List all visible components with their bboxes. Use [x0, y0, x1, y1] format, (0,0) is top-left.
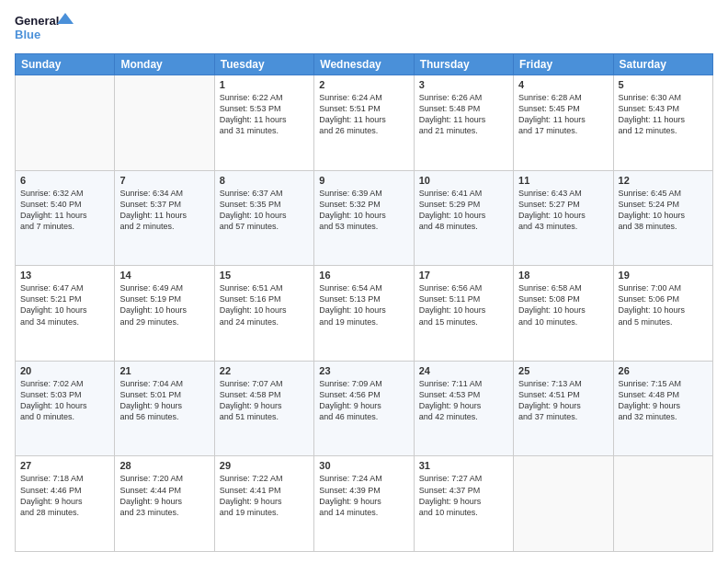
- calendar-cell: [16, 75, 115, 171]
- day-number: 31: [419, 460, 508, 471]
- calendar-cell: 31Sunrise: 7:27 AM Sunset: 4:37 PM Dayli…: [414, 456, 513, 552]
- cell-content: Sunrise: 7:24 AM Sunset: 4:39 PM Dayligh…: [319, 473, 408, 518]
- cell-content: Sunrise: 7:07 AM Sunset: 4:58 PM Dayligh…: [220, 378, 309, 423]
- calendar-cell: 2Sunrise: 6:24 AM Sunset: 5:51 PM Daylig…: [314, 75, 414, 171]
- week-row-5: 27Sunrise: 7:18 AM Sunset: 4:46 PM Dayli…: [16, 456, 713, 552]
- weekday-header-monday: Monday: [115, 54, 214, 75]
- week-row-1: 1Sunrise: 6:22 AM Sunset: 5:53 PM Daylig…: [16, 75, 713, 171]
- calendar-cell: 5Sunrise: 6:30 AM Sunset: 5:43 PM Daylig…: [613, 75, 712, 171]
- cell-content: Sunrise: 7:11 AM Sunset: 4:53 PM Dayligh…: [419, 378, 508, 423]
- calendar-table: SundayMondayTuesdayWednesdayThursdayFrid…: [15, 53, 713, 552]
- cell-content: Sunrise: 6:30 AM Sunset: 5:43 PM Dayligh…: [619, 92, 708, 137]
- weekday-header-sunday: Sunday: [16, 54, 115, 75]
- day-number: 29: [220, 460, 309, 471]
- calendar-cell: 3Sunrise: 6:26 AM Sunset: 5:48 PM Daylig…: [414, 75, 513, 171]
- day-number: 25: [518, 365, 608, 376]
- cell-content: Sunrise: 6:58 AM Sunset: 5:08 PM Dayligh…: [518, 282, 608, 327]
- day-number: 15: [220, 270, 309, 281]
- week-row-4: 20Sunrise: 7:02 AM Sunset: 5:03 PM Dayli…: [16, 361, 713, 456]
- calendar-cell: 24Sunrise: 7:11 AM Sunset: 4:53 PM Dayli…: [414, 361, 513, 456]
- day-number: 13: [20, 270, 109, 281]
- calendar-cell: 8Sunrise: 6:37 AM Sunset: 5:35 PM Daylig…: [214, 170, 313, 266]
- day-number: 16: [319, 270, 408, 281]
- cell-content: Sunrise: 6:32 AM Sunset: 5:40 PM Dayligh…: [20, 188, 109, 233]
- weekday-header-thursday: Thursday: [414, 54, 513, 75]
- cell-content: Sunrise: 6:47 AM Sunset: 5:21 PM Dayligh…: [20, 282, 109, 327]
- cell-content: Sunrise: 7:00 AM Sunset: 5:06 PM Dayligh…: [619, 282, 708, 327]
- day-number: 26: [619, 365, 708, 376]
- cell-content: Sunrise: 6:56 AM Sunset: 5:11 PM Dayligh…: [419, 282, 508, 327]
- cell-content: Sunrise: 6:24 AM Sunset: 5:51 PM Dayligh…: [319, 92, 408, 137]
- day-number: 1: [220, 79, 309, 90]
- cell-content: Sunrise: 6:41 AM Sunset: 5:29 PM Dayligh…: [419, 188, 508, 233]
- day-number: 23: [319, 365, 408, 376]
- week-row-3: 13Sunrise: 6:47 AM Sunset: 5:21 PM Dayli…: [16, 266, 713, 362]
- cell-content: Sunrise: 7:02 AM Sunset: 5:03 PM Dayligh…: [20, 378, 109, 423]
- calendar-cell: 29Sunrise: 7:22 AM Sunset: 4:41 PM Dayli…: [214, 456, 313, 552]
- calendar-cell: 28Sunrise: 7:20 AM Sunset: 4:44 PM Dayli…: [115, 456, 214, 552]
- weekday-header-saturday: Saturday: [613, 54, 712, 75]
- day-number: 17: [419, 270, 508, 281]
- cell-content: Sunrise: 6:49 AM Sunset: 5:19 PM Dayligh…: [119, 282, 209, 327]
- calendar-cell: 14Sunrise: 6:49 AM Sunset: 5:19 PM Dayli…: [115, 266, 214, 362]
- cell-content: Sunrise: 6:22 AM Sunset: 5:53 PM Dayligh…: [220, 92, 309, 137]
- calendar-cell: 10Sunrise: 6:41 AM Sunset: 5:29 PM Dayli…: [414, 170, 513, 266]
- calendar-cell: 22Sunrise: 7:07 AM Sunset: 4:58 PM Dayli…: [214, 361, 313, 456]
- cell-content: Sunrise: 6:39 AM Sunset: 5:32 PM Dayligh…: [319, 188, 408, 233]
- day-number: 12: [619, 175, 708, 186]
- cell-content: Sunrise: 6:51 AM Sunset: 5:16 PM Dayligh…: [220, 282, 309, 327]
- calendar-cell: 23Sunrise: 7:09 AM Sunset: 4:56 PM Dayli…: [314, 361, 414, 456]
- day-number: 20: [20, 365, 109, 376]
- day-number: 6: [20, 175, 109, 186]
- weekday-header-row: SundayMondayTuesdayWednesdayThursdayFrid…: [16, 54, 713, 75]
- day-number: 4: [518, 79, 608, 90]
- logo: General Blue: [15, 11, 79, 46]
- calendar-cell: [115, 75, 214, 171]
- calendar-cell: [613, 456, 712, 552]
- cell-content: Sunrise: 7:20 AM Sunset: 4:44 PM Dayligh…: [119, 473, 209, 518]
- calendar-cell: 16Sunrise: 6:54 AM Sunset: 5:13 PM Dayli…: [314, 266, 414, 362]
- cell-content: Sunrise: 7:04 AM Sunset: 5:01 PM Dayligh…: [119, 378, 209, 423]
- day-number: 5: [619, 79, 708, 90]
- cell-content: Sunrise: 7:15 AM Sunset: 4:48 PM Dayligh…: [619, 378, 708, 423]
- calendar-cell: 20Sunrise: 7:02 AM Sunset: 5:03 PM Dayli…: [16, 361, 115, 456]
- calendar-cell: 27Sunrise: 7:18 AM Sunset: 4:46 PM Dayli…: [16, 456, 115, 552]
- calendar-cell: 13Sunrise: 6:47 AM Sunset: 5:21 PM Dayli…: [16, 266, 115, 362]
- calendar-cell: 18Sunrise: 6:58 AM Sunset: 5:08 PM Dayli…: [514, 266, 613, 362]
- calendar-cell: 30Sunrise: 7:24 AM Sunset: 4:39 PM Dayli…: [314, 456, 414, 552]
- cell-content: Sunrise: 7:13 AM Sunset: 4:51 PM Dayligh…: [518, 378, 608, 423]
- calendar-cell: 21Sunrise: 7:04 AM Sunset: 5:01 PM Dayli…: [115, 361, 214, 456]
- day-number: 14: [119, 270, 209, 281]
- cell-content: Sunrise: 6:45 AM Sunset: 5:24 PM Dayligh…: [619, 188, 708, 233]
- cell-content: Sunrise: 6:37 AM Sunset: 5:35 PM Dayligh…: [220, 188, 309, 233]
- calendar-cell: 25Sunrise: 7:13 AM Sunset: 4:51 PM Dayli…: [514, 361, 613, 456]
- logo-svg: General Blue: [15, 11, 79, 46]
- svg-marker-2: [57, 13, 74, 24]
- cell-content: Sunrise: 7:18 AM Sunset: 4:46 PM Dayligh…: [20, 473, 109, 518]
- day-number: 21: [119, 365, 209, 376]
- calendar-cell: 9Sunrise: 6:39 AM Sunset: 5:32 PM Daylig…: [314, 170, 414, 266]
- svg-text:General: General: [15, 14, 59, 28]
- calendar-cell: 7Sunrise: 6:34 AM Sunset: 5:37 PM Daylig…: [115, 170, 214, 266]
- day-number: 27: [20, 460, 109, 471]
- day-number: 3: [419, 79, 508, 90]
- calendar-cell: 19Sunrise: 7:00 AM Sunset: 5:06 PM Dayli…: [613, 266, 712, 362]
- calendar-cell: 15Sunrise: 6:51 AM Sunset: 5:16 PM Dayli…: [214, 266, 313, 362]
- day-number: 2: [319, 79, 408, 90]
- cell-content: Sunrise: 6:43 AM Sunset: 5:27 PM Dayligh…: [518, 188, 608, 233]
- day-number: 10: [419, 175, 508, 186]
- cell-content: Sunrise: 6:34 AM Sunset: 5:37 PM Dayligh…: [119, 188, 209, 233]
- day-number: 30: [319, 460, 408, 471]
- cell-content: Sunrise: 6:54 AM Sunset: 5:13 PM Dayligh…: [319, 282, 408, 327]
- cell-content: Sunrise: 7:27 AM Sunset: 4:37 PM Dayligh…: [419, 473, 508, 518]
- day-number: 9: [319, 175, 408, 186]
- weekday-header-tuesday: Tuesday: [214, 54, 313, 75]
- day-number: 22: [220, 365, 309, 376]
- day-number: 18: [518, 270, 608, 281]
- calendar-cell: 26Sunrise: 7:15 AM Sunset: 4:48 PM Dayli…: [613, 361, 712, 456]
- calendar-cell: 12Sunrise: 6:45 AM Sunset: 5:24 PM Dayli…: [613, 170, 712, 266]
- day-number: 28: [119, 460, 209, 471]
- week-row-2: 6Sunrise: 6:32 AM Sunset: 5:40 PM Daylig…: [16, 170, 713, 266]
- cell-content: Sunrise: 6:28 AM Sunset: 5:45 PM Dayligh…: [518, 92, 608, 137]
- header: General Blue: [15, 11, 713, 46]
